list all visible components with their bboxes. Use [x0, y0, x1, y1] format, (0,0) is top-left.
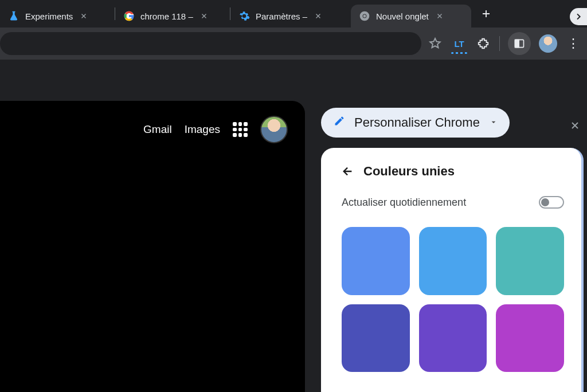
daily-refresh-toggle[interactable]	[539, 196, 564, 209]
color-swatch[interactable]	[342, 227, 410, 295]
chrome-icon	[359, 10, 370, 22]
omnibox[interactable]	[0, 32, 421, 55]
apps-grid-icon[interactable]	[233, 122, 248, 137]
svg-point-3	[363, 15, 366, 18]
tab-chrome118[interactable]: chrome 118 –	[115, 5, 230, 28]
side-panel-toggle[interactable]	[508, 32, 531, 55]
gmail-link[interactable]: Gmail	[143, 123, 172, 136]
close-icon[interactable]	[313, 11, 323, 21]
color-swatch-grid	[342, 227, 564, 372]
customize-label: Personnaliser Chrome	[354, 115, 480, 130]
close-icon[interactable]	[79, 11, 89, 21]
tab-title: Paramètres –	[256, 11, 307, 21]
tab-nouvel-onglet[interactable]: Nouvel onglet	[351, 5, 471, 28]
google-icon	[123, 10, 135, 22]
toggle-knob	[541, 198, 549, 206]
kebab-menu-icon[interactable]: ⋮	[565, 36, 581, 52]
close-panel-button[interactable]	[566, 117, 584, 134]
languagetool-extension-icon[interactable]: LT	[451, 36, 467, 52]
gear-icon	[238, 10, 250, 22]
account-avatar[interactable]	[260, 116, 288, 143]
back-arrow-icon[interactable]	[342, 165, 354, 178]
new-tab-button[interactable]	[476, 3, 496, 24]
star-icon[interactable]	[427, 36, 443, 52]
svg-rect-5	[515, 40, 519, 47]
tab-strip: Experiments chrome 118 – Paramètres – No…	[0, 0, 587, 28]
close-icon[interactable]	[435, 11, 445, 21]
chevron-down-icon	[489, 115, 498, 130]
content-area: Gmail Images Personnaliser Chrome Couleu…	[0, 60, 587, 392]
tab-parametres[interactable]: Paramètres –	[230, 5, 351, 28]
color-swatch[interactable]	[496, 227, 564, 295]
color-swatch[interactable]	[419, 227, 487, 295]
tab-title: Experiments	[25, 11, 73, 21]
new-tab-page: Gmail Images	[0, 101, 305, 392]
extensions-icon[interactable]	[475, 36, 491, 52]
color-swatch[interactable]	[496, 304, 564, 373]
tab-experiments[interactable]: Experiments	[0, 5, 115, 28]
profile-avatar[interactable]	[539, 34, 557, 53]
tab-overflow-chevron[interactable]	[570, 8, 587, 25]
pencil-icon	[334, 115, 345, 130]
panel-title: Couleurs unies	[363, 164, 455, 179]
toolbar-separator	[499, 36, 500, 51]
tab-title: chrome 118 –	[140, 11, 193, 21]
flask-icon	[8, 10, 19, 22]
customize-chrome-button[interactable]: Personnaliser Chrome	[321, 108, 510, 138]
close-icon[interactable]	[199, 11, 209, 21]
daily-refresh-label: Actualiser quotidiennement	[342, 197, 466, 209]
color-swatch[interactable]	[342, 304, 410, 373]
tab-title: Nouvel onglet	[376, 11, 429, 21]
toolbar: LT ⋮	[0, 28, 587, 60]
customize-panel: Couleurs unies Actualiser quotidiennemen…	[321, 148, 584, 392]
images-link[interactable]: Images	[185, 123, 220, 136]
color-swatch[interactable]	[419, 304, 487, 373]
